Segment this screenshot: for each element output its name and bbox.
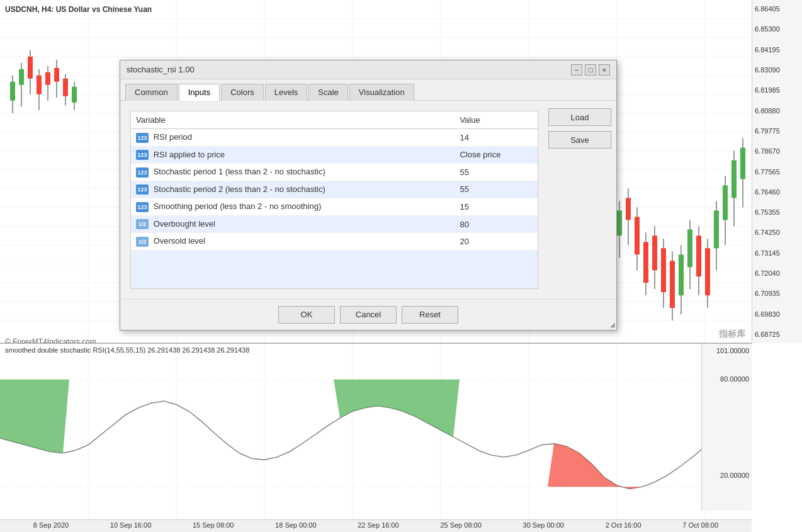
variable-cell: 1/2 Overbought level bbox=[131, 215, 455, 233]
tab-visualization[interactable]: Visualization bbox=[349, 84, 414, 101]
value-cell[interactable]: Close price bbox=[455, 146, 538, 164]
col-value: Value bbox=[455, 111, 538, 129]
param-icon-123: 123 bbox=[136, 202, 149, 212]
params-table: Variable Value 123 RSI period bbox=[131, 111, 538, 288]
param-icon-123: 123 bbox=[136, 167, 149, 178]
dialog-titlebar: stochastic_rsi 1.00 − □ × bbox=[120, 60, 616, 79]
value-cell[interactable]: 20 bbox=[455, 233, 538, 251]
minimize-button[interactable]: − bbox=[571, 64, 582, 76]
param-icon-12: 1/2 bbox=[136, 219, 149, 229]
tab-common[interactable]: Common bbox=[125, 84, 178, 101]
table-row[interactable]: 1/2 Overbought level 80 bbox=[131, 215, 538, 233]
value-cell[interactable]: 14 bbox=[455, 129, 538, 147]
save-button[interactable]: Save bbox=[548, 131, 611, 149]
value-cell[interactable]: 15 bbox=[455, 198, 538, 216]
params-table-container: Variable Value 123 RSI period bbox=[130, 111, 538, 289]
table-row-empty bbox=[131, 250, 538, 288]
dialog-controls: − □ × bbox=[571, 64, 610, 76]
param-icon-123: 123 bbox=[136, 150, 149, 160]
dialog-footer: OK Cancel Reset bbox=[120, 299, 616, 330]
load-button[interactable]: Load bbox=[548, 108, 611, 126]
table-row[interactable]: 123 RSI period 14 bbox=[131, 129, 538, 147]
table-row[interactable]: 123 Stochastic period 2 (less than 2 - n… bbox=[131, 181, 538, 198]
cancel-button[interactable]: Cancel bbox=[340, 306, 397, 324]
table-row[interactable]: 123 RSI applied to price Close price bbox=[131, 146, 538, 164]
tab-levels[interactable]: Levels bbox=[265, 84, 308, 101]
param-icon-123: 123 bbox=[136, 133, 149, 143]
tab-inputs[interactable]: Inputs bbox=[179, 84, 220, 101]
variable-cell: 123 Stochastic period 1 (less than 2 - n… bbox=[131, 164, 455, 181]
dialog-title: stochastic_rsi 1.00 bbox=[127, 65, 195, 74]
tabs-container: Common Inputs Colors Levels Scale Visual… bbox=[120, 79, 616, 101]
table-row[interactable]: 1/2 Oversold level 20 bbox=[131, 233, 538, 251]
side-buttons: Load Save bbox=[548, 106, 611, 294]
maximize-button[interactable]: □ bbox=[585, 64, 596, 76]
value-cell[interactable]: 55 bbox=[455, 164, 538, 181]
param-icon-12: 1/2 bbox=[136, 237, 149, 247]
variable-cell: 123 RSI applied to price bbox=[131, 146, 455, 164]
value-cell[interactable]: 80 bbox=[455, 215, 538, 233]
variable-cell: 123 Stochastic period 2 (less than 2 - n… bbox=[131, 181, 455, 198]
col-variable: Variable bbox=[131, 111, 455, 129]
variable-cell: 123 Smoothing period (less than 2 - no s… bbox=[131, 198, 455, 216]
tab-scale[interactable]: Scale bbox=[308, 84, 348, 101]
variable-cell: 1/2 Oversold level bbox=[131, 233, 455, 251]
table-row[interactable]: 123 Stochastic period 1 (less than 2 - n… bbox=[131, 164, 538, 181]
param-icon-123: 123 bbox=[136, 184, 149, 195]
reset-button[interactable]: Reset bbox=[402, 306, 458, 324]
table-row[interactable]: 123 Smoothing period (less than 2 - no s… bbox=[131, 198, 538, 216]
dialog-window: stochastic_rsi 1.00 − □ × Common Inputs bbox=[120, 60, 617, 331]
variable-cell: 123 RSI period bbox=[131, 129, 455, 147]
dialog-body: Variable Value 123 RSI period bbox=[120, 101, 616, 299]
ok-button[interactable]: OK bbox=[278, 306, 335, 324]
value-cell[interactable]: 55 bbox=[455, 181, 538, 198]
dialog-overlay: stochastic_rsi 1.00 − □ × Common Inputs bbox=[0, 0, 802, 532]
close-button[interactable]: × bbox=[599, 64, 610, 76]
tab-colors[interactable]: Colors bbox=[221, 84, 264, 101]
resize-handle[interactable]: ◢ bbox=[607, 321, 615, 329]
